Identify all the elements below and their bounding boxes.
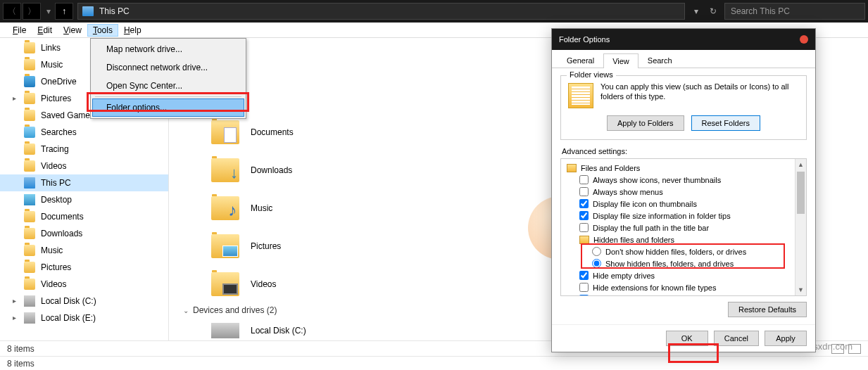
adv-file-icon-thumb[interactable]: Display file icon on thumbnails <box>564 198 803 210</box>
sidebar-item-tracing[interactable]: Tracing <box>0 141 168 158</box>
adv-dont-show-hidden[interactable]: Don't show hidden files, folders, or dri… <box>564 245 803 257</box>
music-icon <box>24 59 35 70</box>
sidebar-label: Videos <box>41 279 66 289</box>
close-button[interactable] <box>800 35 808 44</box>
folder-views-text: You can apply this view (such as Details… <box>600 82 799 102</box>
checkbox[interactable] <box>579 223 589 232</box>
checkbox[interactable] <box>579 283 589 292</box>
dialog-body: Folder views You can apply this view (su… <box>552 68 815 324</box>
nav-up-button[interactable]: ↑ <box>55 3 73 20</box>
nav-back-button[interactable]: 〈 <box>3 3 21 20</box>
adv-file-size-tips[interactable]: Display file size information in folder … <box>564 210 803 222</box>
search-input[interactable]: Search This PC <box>724 3 865 20</box>
videos-icon <box>24 160 35 172</box>
sidebar-item-local-disk-c[interactable]: Local Disk (C:) <box>0 293 168 310</box>
music-folder-icon: ♪ <box>211 196 239 220</box>
advanced-settings-label: Advanced settings: <box>562 147 807 155</box>
music-icon <box>24 245 35 256</box>
nav-forward-button[interactable]: 〉 <box>23 3 41 20</box>
adv-always-menus[interactable]: Always show menus <box>564 186 803 198</box>
apply-button[interactable]: Apply <box>765 331 807 346</box>
documents-icon <box>24 211 35 222</box>
sidebar-item-videos[interactable]: Videos <box>0 158 168 174</box>
sidebar-item-downloads[interactable]: Downloads <box>0 225 168 242</box>
tab-general[interactable]: General <box>558 53 603 68</box>
pictures-icon <box>24 93 35 104</box>
adv-group-hidden: Hidden files and folders <box>564 234 803 245</box>
adv-hide-empty[interactable]: Hide empty drives <box>564 269 803 281</box>
sidebar-item-pictures-2[interactable]: Pictures <box>0 259 168 276</box>
menu-file[interactable]: File <box>7 24 32 37</box>
checkbox[interactable] <box>579 271 589 280</box>
folder-options-dialog: Folder Options General View Search Folde… <box>551 28 816 352</box>
apply-to-folders-button[interactable]: Apply to Folders <box>607 115 684 131</box>
scroll-up-arrow[interactable]: ▲ <box>795 159 806 170</box>
sidebar-label: Documents <box>41 212 84 222</box>
menu-edit[interactable]: Edit <box>32 24 58 37</box>
downloads-icon <box>24 228 35 239</box>
disk-icon <box>24 312 35 324</box>
onedrive-icon <box>24 76 35 87</box>
sidebar-item-music-2[interactable]: Music <box>0 242 168 259</box>
vertical-scrollbar[interactable]: ▲ ▼ <box>795 159 806 295</box>
sidebar-label: This PC <box>41 178 71 188</box>
cancel-button[interactable]: Cancel <box>714 331 759 346</box>
address-bar[interactable]: This PC <box>77 3 685 20</box>
address-dropdown-button[interactable]: ▾ <box>688 3 705 20</box>
scroll-thumb[interactable] <box>797 172 805 214</box>
restore-defaults-button[interactable]: Restore Defaults <box>728 302 807 317</box>
scroll-down-arrow[interactable]: ▼ <box>795 284 806 295</box>
menu-tools[interactable]: Tools <box>87 24 118 37</box>
sidebar-item-local-disk-e[interactable]: Local Disk (E:) <box>0 310 168 326</box>
desktop-icon <box>24 194 35 205</box>
tab-view[interactable]: View <box>603 53 639 68</box>
dialog-title: Folder Options <box>559 35 610 44</box>
checkbox[interactable] <box>579 199 589 208</box>
dialog-footer: OK Cancel Apply <box>552 324 815 352</box>
documents-folder-icon <box>211 120 239 144</box>
nav-history-dropdown[interactable]: ▾ <box>46 6 51 16</box>
menu-help[interactable]: Help <box>118 24 147 37</box>
pictures-folder-icon <box>211 234 239 258</box>
ok-button[interactable]: OK <box>666 331 708 346</box>
pc-icon <box>24 177 35 189</box>
tab-search[interactable]: Search <box>639 53 681 68</box>
sidebar-label: Local Disk (C:) <box>41 296 96 306</box>
adv-hide-ext[interactable]: Hide extensions for known file types <box>564 281 803 293</box>
tiles-view-button[interactable] <box>848 344 861 354</box>
sidebar-item-videos-2[interactable]: Videos <box>0 276 168 293</box>
sidebar-label: Desktop <box>41 195 72 205</box>
menu-view[interactable]: View <box>58 24 87 37</box>
sidebar-label: Music <box>41 245 63 255</box>
details-view-button[interactable] <box>831 344 844 354</box>
disk-icon <box>211 323 239 338</box>
sidebar-item-desktop[interactable]: Desktop <box>0 191 168 208</box>
menu-map-network-drive[interactable]: Map network drive... <box>92 40 244 58</box>
sidebar-item-searches[interactable]: Searches <box>0 124 168 141</box>
adv-hide-merge[interactable]: Hide folder merge conflicts <box>564 293 803 296</box>
address-text: This PC <box>99 6 130 16</box>
dialog-titlebar: Folder Options <box>552 29 815 50</box>
section-title: Devices and drives (2) <box>193 305 277 315</box>
sidebar-label: Videos <box>41 161 66 171</box>
advanced-settings-list[interactable]: Files and Folders Always show icons, nev… <box>560 158 807 296</box>
checkbox[interactable] <box>579 175 589 184</box>
checkbox[interactable] <box>579 187 589 196</box>
checkbox[interactable] <box>579 211 589 220</box>
sidebar-item-documents[interactable]: Documents <box>0 208 168 225</box>
menu-open-sync-center[interactable]: Open Sync Center... <box>92 77 244 95</box>
adv-always-icons[interactable]: Always show icons, never thumbnails <box>564 174 803 186</box>
adv-full-path[interactable]: Display the full path in the title bar <box>564 222 803 234</box>
tools-dropdown-menu: Map network drive... Disconnect network … <box>90 38 246 119</box>
window-titlebar: 〈 〉 ▾ ↑ This PC ▾ ↻ Search This PC <box>0 0 868 23</box>
address-refresh-button[interactable]: ↻ <box>705 3 722 20</box>
adv-show-hidden[interactable]: Show hidden files, folders, and drives <box>564 257 803 269</box>
radio[interactable] <box>592 259 601 268</box>
sidebar-item-this-pc[interactable]: This PC <box>0 174 168 191</box>
pictures-icon <box>24 262 35 273</box>
reset-folders-button[interactable]: Reset Folders <box>691 115 760 131</box>
menu-disconnect-network-drive[interactable]: Disconnect network drive... <box>92 58 244 77</box>
menu-folder-options[interactable]: Folder options... <box>92 98 244 117</box>
radio[interactable] <box>592 247 601 256</box>
checkbox[interactable] <box>579 295 589 296</box>
